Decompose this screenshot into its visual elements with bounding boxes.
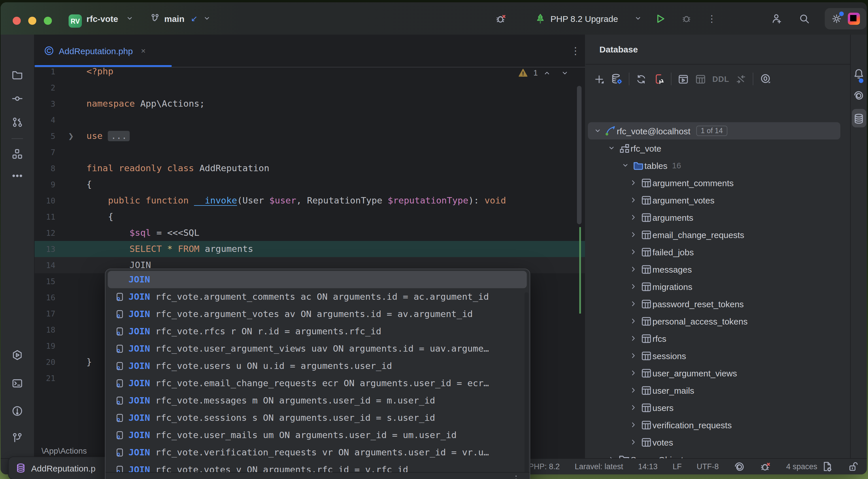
tool-stripe-git-branch[interactable] — [1, 432, 34, 444]
code-line-8[interactable]: 8final readonly class AddReputation — [35, 160, 585, 176]
chevron-right-icon[interactable] — [627, 403, 640, 412]
php-version[interactable]: PHP: 8.2 — [529, 462, 560, 471]
tool-stripe-services[interactable] — [1, 349, 34, 361]
completion-item[interactable]: JOIN rfc_vote.argument_comments ac ON ar… — [105, 288, 530, 305]
tree-item-table-argument_votes[interactable]: argument_votes — [627, 191, 714, 209]
tool-stripe-project-folder[interactable] — [1, 69, 34, 81]
chevron-right-icon[interactable] — [627, 421, 640, 429]
tool-stripe-more[interactable] — [1, 170, 34, 182]
line-separator[interactable]: LF — [673, 462, 682, 471]
chevron-right-icon[interactable] — [627, 317, 640, 325]
tool-stripe-ai-assistant[interactable] — [851, 90, 867, 101]
popup-options-button[interactable]: ⋮ — [512, 474, 521, 479]
tree-item-table-verification_requests[interactable]: verification_requests — [627, 416, 732, 433]
code-line-1[interactable]: 1<?php — [35, 63, 585, 80]
tab-options-button[interactable]: ⋮ — [570, 35, 580, 67]
branch-selector[interactable]: main — [164, 2, 184, 35]
maximize-window-button[interactable] — [44, 17, 52, 25]
tool-stripe-problems[interactable] — [1, 405, 34, 417]
tree-item-table-password_reset_tokens[interactable]: password_reset_tokens — [627, 295, 744, 312]
breadcrumb-path[interactable]: \App\Actions — [41, 446, 87, 455]
tree-item-table-user_mails[interactable]: user_mails — [627, 382, 694, 399]
dependencies-button[interactable] — [736, 73, 747, 85]
completion-item[interactable]: JOIN rfc_vote.user_mails um ON arguments… — [105, 426, 530, 444]
completion-item[interactable]: JOIN rfc_vote.sessions s ON arguments.us… — [105, 409, 530, 426]
completion-item[interactable]: JOIN rfc_vote.users u ON u.id = argument… — [105, 357, 530, 375]
jump-to-console-button[interactable] — [678, 73, 689, 85]
run-config-selector[interactable]: PHP 8.2 Upgrade — [551, 2, 618, 35]
unlock-icon[interactable] — [848, 461, 859, 472]
chevron-right-icon[interactable] — [627, 334, 640, 342]
code-line-9[interactable]: 9{ — [35, 176, 585, 192]
run-button[interactable] — [652, 2, 668, 35]
ai-assistant-icon[interactable] — [734, 461, 745, 472]
tree-item-table-migrations[interactable]: migrations — [627, 278, 692, 295]
tab-addreputation[interactable]: AddReputation.php × — [44, 35, 146, 67]
chevron-right-icon[interactable] — [627, 196, 640, 204]
tree-item-tables[interactable]: tables16 — [619, 157, 681, 174]
code-line-2[interactable]: 2 — [35, 80, 585, 96]
tree-item-table-argument_comments[interactable]: argument_comments — [627, 174, 734, 191]
chevron-right-icon[interactable] — [627, 265, 640, 273]
tool-stripe-notifications[interactable] — [851, 68, 867, 80]
bug-muted-icon[interactable] — [760, 461, 771, 472]
code-line-7[interactable]: 7 — [35, 144, 585, 160]
completion-item[interactable]: JOIN rfc_vote.email_change_requests ecr … — [105, 375, 530, 392]
debug-button[interactable] — [678, 2, 694, 35]
refresh-button[interactable] — [636, 73, 647, 85]
chevron-right-icon[interactable] — [627, 179, 640, 187]
settings-button[interactable] — [831, 13, 842, 24]
chevron-down-icon[interactable] — [605, 144, 618, 152]
ddl-button[interactable]: DDL — [712, 74, 730, 83]
chevron-right-icon[interactable] — [627, 231, 640, 239]
project-selector[interactable]: rfc-vote — [87, 2, 118, 35]
chevron-right-icon[interactable] — [627, 386, 640, 394]
close-window-button[interactable] — [13, 17, 21, 25]
add-button[interactable] — [594, 73, 604, 85]
tree-item-table-email_change_requests[interactable]: email_change_requests — [627, 226, 744, 243]
completion-item[interactable]: JOIN rfc_vote.user_argument_views uav ON… — [105, 340, 530, 357]
tree-item-table-rfcs[interactable]: rfcs — [627, 330, 666, 347]
chevron-right-icon[interactable] — [627, 300, 640, 308]
chevron-down-icon[interactable] — [591, 127, 604, 135]
chevron-down-icon[interactable] — [619, 161, 632, 170]
chevron-right-icon[interactable] — [627, 369, 640, 377]
tree-item-table-failed_jobs[interactable]: failed_jobs — [627, 243, 694, 261]
database-panel-header[interactable]: Database — [586, 35, 850, 65]
disconnect-button[interactable] — [653, 73, 664, 85]
completion-item[interactable]: JOIN rfc_vote.verification_requests vr O… — [105, 444, 530, 461]
code-line-3[interactable]: 3namespace App\Actions; — [35, 96, 585, 112]
tree-item-table-arguments[interactable]: arguments — [627, 209, 693, 226]
tool-stripe-commit[interactable] — [1, 93, 34, 104]
table-view-button[interactable] — [695, 73, 706, 85]
tool-stripe-pull-requests[interactable] — [1, 116, 34, 128]
minimize-window-button[interactable] — [28, 17, 36, 25]
code-line-4[interactable]: 4 — [35, 112, 585, 128]
completion-item[interactable]: JOIN rfc_vote.argument_votes av ON argum… — [105, 305, 530, 323]
search-everywhere-button[interactable] — [796, 2, 812, 35]
more-actions-button[interactable]: ⋮ — [704, 2, 720, 35]
view-options-button[interactable] — [760, 73, 771, 85]
tree-item-table-votes[interactable]: votes — [627, 433, 673, 451]
tool-stripe-structure[interactable] — [1, 148, 34, 160]
completion-item[interactable]: JOIN rfc_vote.rfcs r ON r.id = arguments… — [105, 323, 530, 340]
tool-stripe-terminal[interactable] — [1, 378, 34, 389]
caret-position[interactable]: 14:13 — [638, 462, 658, 471]
chevron-right-icon[interactable] — [627, 352, 640, 360]
laravel-version[interactable]: Laravel: latest — [575, 462, 623, 471]
mute-breakpoints-icon[interactable] — [493, 2, 509, 35]
editor-scrollbar[interactable] — [577, 86, 582, 224]
fold-arrow-icon[interactable]: ❯ — [55, 132, 87, 140]
file-encoding[interactable]: UTF-8 — [696, 462, 719, 471]
tree-item-table-personal_access_tokens[interactable]: personal_access_tokens — [627, 312, 748, 330]
data-source-properties-button[interactable] — [611, 73, 622, 85]
code-line-11[interactable]: 11 { — [35, 209, 585, 225]
chevron-right-icon[interactable] — [627, 213, 640, 221]
tree-item-table-user_argument_views[interactable]: user_argument_views — [627, 364, 737, 382]
tree-item-connection[interactable]: rfc_vote@localhost1 of 14 — [591, 122, 727, 140]
chevron-right-icon[interactable] — [627, 282, 640, 291]
add-user-button[interactable] — [768, 2, 784, 35]
code-line-5[interactable]: 5❯use ... — [35, 128, 585, 144]
indent-setting[interactable]: 4 spaces — [786, 462, 817, 471]
chevron-right-icon[interactable] — [627, 248, 640, 256]
